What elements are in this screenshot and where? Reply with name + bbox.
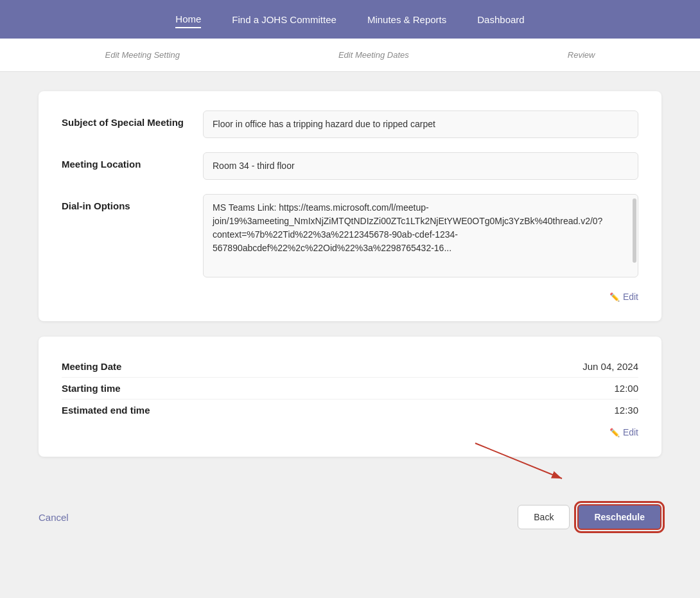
settings-edit-button[interactable]: ✏️ Edit	[609, 292, 638, 302]
starting-time-label: Starting time	[62, 383, 121, 394]
dialin-row: Dial-in Options MS Teams Link: https://t…	[62, 194, 638, 277]
location-label: Meeting Location	[62, 152, 203, 170]
subject-value: Floor in office has a tripping hazard du…	[203, 110, 638, 138]
step-edit-meeting-setting: Edit Meeting Setting	[105, 50, 180, 60]
meeting-date-row: Meeting Date Jun 04, 2024	[62, 356, 638, 377]
meeting-date-value: Jun 04, 2024	[582, 361, 638, 372]
back-button[interactable]: Back	[518, 505, 570, 529]
end-time-row: Estimated end time 12:30	[62, 400, 638, 421]
step-review: Review	[568, 50, 595, 60]
settings-edit-row: ✏️ Edit	[62, 292, 638, 302]
nav-committee[interactable]: Find a JOHS Committee	[232, 12, 337, 28]
nav-dashboard[interactable]: Dashboard	[477, 12, 524, 28]
dates-edit-row: ✏️ Edit	[62, 427, 638, 437]
meeting-date-label: Meeting Date	[62, 361, 121, 372]
reschedule-button[interactable]: Reschedule	[577, 504, 661, 530]
dates-edit-label: Edit	[623, 427, 638, 437]
subject-row: Subject of Special Meeting Floor in offi…	[62, 110, 638, 138]
meeting-settings-card: Subject of Special Meeting Floor in offi…	[39, 91, 661, 321]
location-row: Meeting Location Room 34 - third floor	[62, 152, 638, 180]
location-value: Room 34 - third floor	[203, 152, 638, 180]
starting-time-row: Starting time 12:00	[62, 378, 638, 399]
dialin-label: Dial-in Options	[62, 194, 203, 211]
pencil-icon: ✏️	[609, 292, 620, 302]
cancel-button[interactable]: Cancel	[39, 512, 69, 523]
stepper: Edit Meeting Setting Edit Meeting Dates …	[0, 39, 700, 72]
nav-home[interactable]: Home	[175, 11, 201, 28]
nav-minutes-reports[interactable]: Minutes & Reports	[367, 12, 446, 28]
meeting-dates-card: Meeting Date Jun 04, 2024 Starting time …	[39, 337, 661, 457]
step-edit-meeting-dates: Edit Meeting Dates	[338, 50, 409, 60]
action-buttons: Back Reschedule	[518, 504, 661, 530]
end-time-label: Estimated end time	[62, 405, 150, 416]
settings-edit-label: Edit	[623, 292, 638, 302]
end-time-value: 12:30	[614, 405, 638, 416]
main-content: Subject of Special Meeting Floor in offi…	[0, 72, 700, 491]
starting-time-value: 12:00	[614, 383, 638, 394]
footer: Cancel Back Reschedule	[0, 491, 700, 549]
scrollbar	[633, 198, 636, 263]
dialin-value: MS Teams Link: https://teams.microsoft.c…	[203, 194, 638, 277]
dates-edit-button[interactable]: ✏️ Edit	[609, 427, 638, 437]
subject-label: Subject of Special Meeting	[62, 110, 203, 128]
pencil-icon-dates: ✏️	[609, 428, 620, 437]
navbar: Home Find a JOHS Committee Minutes & Rep…	[0, 0, 700, 39]
